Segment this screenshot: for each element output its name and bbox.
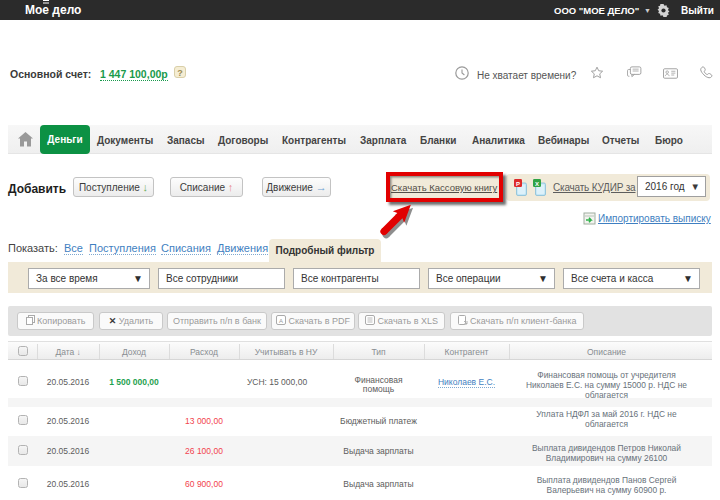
svg-text:P: P [516, 181, 520, 187]
svg-text:A: A [279, 318, 283, 324]
svg-text:X: X [535, 181, 539, 187]
